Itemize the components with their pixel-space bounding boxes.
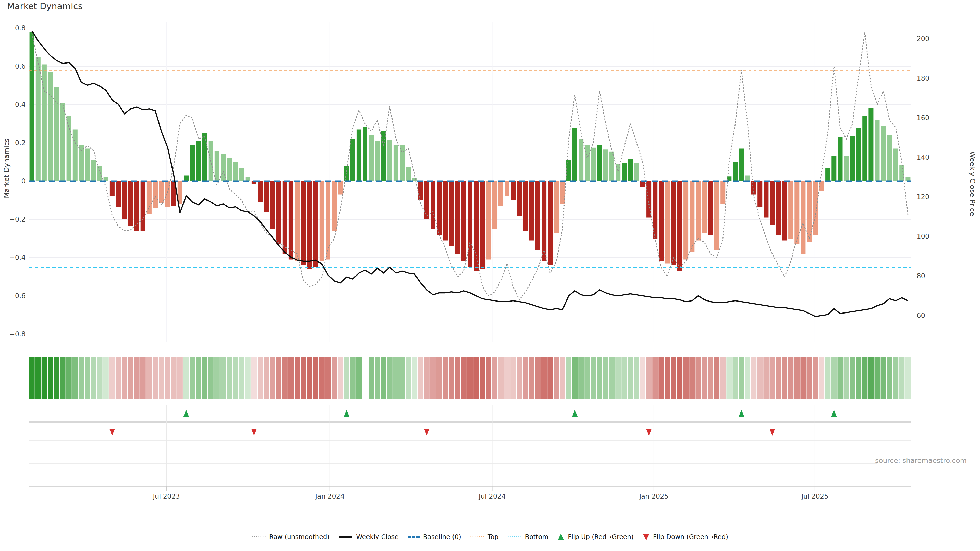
heatmap-cell [319, 357, 325, 399]
dynamics-bar [165, 181, 170, 207]
dynamics-bar [147, 181, 151, 214]
heatmap-cell [479, 357, 485, 399]
heatmap-cell [572, 357, 578, 399]
left-axis-ticks: 0.80.60.40.20−0.2−0.4−0.6−0.8 [10, 24, 25, 338]
heatmap-cell [720, 357, 725, 399]
dynamics-bar [30, 32, 35, 181]
legend-label-bottom: Bottom [525, 533, 549, 540]
dynamics-bar [838, 137, 843, 181]
heatmap-cell [455, 357, 460, 399]
dynamics-bar [597, 145, 602, 181]
dynamics-bar [782, 181, 787, 241]
heatmap-cell [751, 357, 756, 399]
dynamics-bar [283, 181, 287, 254]
dynamics-bar [338, 181, 343, 195]
heatmap-cell [344, 357, 349, 399]
legend-label-top: Top [488, 533, 498, 540]
heatmap-cell [535, 357, 541, 399]
heatmap-cell [473, 357, 479, 399]
heatmap-cell [288, 357, 294, 399]
dynamics-bar [560, 181, 565, 204]
heatmap-cell [850, 357, 855, 399]
top-line-swatch-icon [470, 537, 484, 537]
dynamics-bar [542, 181, 546, 262]
dynamics-bar [869, 108, 873, 181]
dynamics-bar [585, 145, 590, 181]
dynamics-bar [702, 181, 707, 233]
heatmap-cell [449, 357, 454, 399]
x-tick-label: Jul 2024 [478, 492, 506, 500]
dynamics-bar [714, 181, 719, 250]
heatmap-cell [412, 357, 417, 399]
heatmap-cell [418, 357, 423, 399]
flip-up-marker [344, 410, 349, 417]
heatmap-cell [578, 357, 584, 399]
dynamics-bar [128, 181, 133, 226]
heatmap-cell [547, 357, 553, 399]
flip-up-marker [183, 410, 189, 417]
dynamics-bar [554, 181, 558, 233]
heatmap-cell [782, 357, 788, 399]
legend-label-flip-down: Flip Down (Green→Red) [653, 533, 729, 540]
dynamics-bar [535, 181, 540, 250]
heatmap-cell [442, 357, 448, 399]
dynamics-bar [881, 126, 886, 181]
heatmap-cell [369, 357, 374, 399]
dynamics-bar [443, 181, 448, 241]
flip-down-marker [109, 429, 115, 436]
heatmap-cell [517, 357, 522, 399]
heatmap-cell [387, 357, 393, 399]
dynamics-bar [153, 181, 158, 208]
heatmap-cell [202, 357, 207, 399]
heatmap-cell [905, 357, 911, 399]
heatmap-cell [282, 357, 288, 399]
legend-item-bottom: Bottom [508, 533, 549, 540]
heatmap-cell [856, 357, 861, 399]
heatmap-cell [97, 357, 102, 399]
heatmap-cell [609, 357, 614, 399]
heatmap-cell [270, 357, 275, 399]
legend-item-raw: Raw (unsmoothed) [252, 533, 330, 540]
flip-up-markers [183, 410, 837, 417]
dynamics-bar [646, 181, 651, 218]
heatmap-cell [313, 357, 318, 399]
left-tick-label: −0.4 [10, 254, 25, 262]
dynamics-bar [141, 181, 145, 231]
chart-canvas: Jul 2023Jan 2024Jul 2024Jan 2025Jul 2025… [0, 0, 980, 551]
dynamics-bar [794, 181, 799, 245]
right-tick-label: 80 [917, 272, 925, 280]
bottom-line-swatch-icon [508, 537, 522, 537]
heatmap-cell [560, 357, 565, 399]
heatmap-cell [554, 357, 559, 399]
dynamics-bar [135, 181, 139, 231]
heatmap-cell [659, 357, 664, 399]
heatmap-cell [875, 357, 880, 399]
heatmap-cell [893, 357, 898, 399]
heatmap-cell [467, 357, 473, 399]
heatmap-cell [276, 357, 282, 399]
heatmap-cell [424, 357, 430, 399]
heatmap-cell [899, 357, 904, 399]
heatmap-cell [825, 357, 830, 399]
heatmap-cell [844, 357, 849, 399]
dynamics-bar [733, 162, 738, 181]
dynamics-bar [356, 130, 361, 181]
right-tick-label: 200 [917, 35, 929, 43]
dynamics-bar [375, 141, 380, 181]
heatmap-cell [239, 357, 244, 399]
heatmap-cell [714, 357, 719, 399]
dynamics-bar [227, 158, 232, 181]
dynamics-bar [258, 181, 262, 202]
heatmap-cell [146, 357, 152, 399]
dynamics-bar [573, 127, 577, 181]
flip-up-marker [831, 410, 837, 417]
dynamics-bar [295, 181, 300, 262]
heatmap-cell [35, 357, 41, 399]
dynamics-bar [116, 181, 121, 207]
dynamics-bar [751, 181, 756, 195]
dynamics-bar [264, 181, 269, 212]
heatmap-cell [85, 357, 90, 399]
heatmap-cell [732, 357, 738, 399]
heatmap-cell [375, 357, 380, 399]
dynamics-bar [270, 181, 275, 229]
